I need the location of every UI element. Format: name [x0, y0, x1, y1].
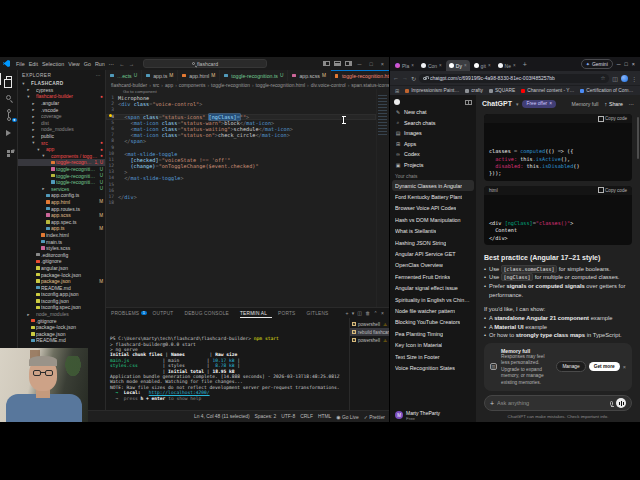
- tree-item[interactable]: angular.json: [18, 265, 105, 272]
- bookmark-item[interactable]: crafty: [465, 88, 483, 93]
- browser-tab[interactable]: Pla ×: [392, 60, 417, 71]
- tree-item[interactable]: .gitignore: [18, 258, 105, 265]
- browser-tab[interactable]: Dy ×: [446, 60, 470, 71]
- apps-grid-icon[interactable]: ⊞: [395, 88, 399, 94]
- free-offer-pill[interactable]: Free offer ×: [522, 100, 556, 108]
- editor-tab[interactable]: toggle-recognition.html 1 U: [331, 70, 389, 81]
- tree-item[interactable]: ▸ coverage: [18, 113, 105, 120]
- tree-item[interactable]: index.html: [18, 232, 105, 239]
- tree-item[interactable]: app.scss M: [18, 212, 105, 219]
- chat-history-item[interactable]: Spirituality in English vs Chin…: [392, 294, 474, 305]
- sidebar-nav-item[interactable]: ⌕ Search chats: [392, 118, 474, 129]
- chat-history-item[interactable]: Hashing JSON String: [392, 237, 474, 248]
- minimize-button[interactable]: ─: [617, 61, 621, 67]
- gemini-button[interactable]: ✦ Gemini: [581, 59, 613, 69]
- attach-plus-icon[interactable]: +: [490, 400, 494, 407]
- new-tab-button[interactable]: +: [520, 61, 530, 68]
- chat-history-item[interactable]: Key Icon in Material: [392, 339, 474, 350]
- chat-history-item[interactable]: Fermented Fruit Drinks: [392, 271, 474, 282]
- editor-tab[interactable]: app.scss M: [288, 70, 330, 81]
- collapse-sidebar-icon[interactable]: [465, 100, 472, 105]
- panel-tab[interactable]: PORTS: [278, 308, 300, 318]
- copy-code-button[interactable]: Copy code: [599, 116, 627, 121]
- breadcrumb-item[interactable]: span.status-icons: [351, 83, 389, 88]
- terminal-list-item[interactable]: > powershell ⚠: [350, 320, 389, 328]
- sidebar-nav-item[interactable]: ▣ Projects: [392, 160, 474, 171]
- new-terminal-icon[interactable]: +: [346, 310, 349, 316]
- tree-item[interactable]: README.md: [18, 337, 105, 344]
- tree-item[interactable]: ▾ FLASHCARD: [18, 80, 105, 87]
- toggle-panel-icon[interactable]: [334, 61, 341, 66]
- panel-tab[interactable]: OUTPUT: [153, 308, 179, 318]
- bookmark-star-icon[interactable]: ☆: [600, 75, 605, 81]
- close-button[interactable]: ×: [632, 61, 635, 67]
- chat-history-item[interactable]: What is Stellantis: [392, 226, 474, 237]
- chatgpt-logo-icon[interactable]: [394, 99, 400, 105]
- microphone-icon[interactable]: [610, 401, 613, 406]
- tree-item[interactable]: ▸ cypress: [18, 87, 105, 94]
- tree-item[interactable]: app.config.ts: [18, 192, 105, 199]
- tab-close-icon[interactable]: ×: [513, 63, 516, 68]
- tree-item[interactable]: app.ts M: [18, 225, 105, 232]
- breadcrumb-item[interactable]: toggle-recognition.html: [256, 83, 305, 88]
- back-icon[interactable]: ←: [393, 75, 399, 81]
- tab-close-icon[interactable]: ×: [439, 63, 442, 68]
- status-item[interactable]: ◉ Go Live: [336, 414, 358, 420]
- forward-icon[interactable]: →: [402, 75, 408, 81]
- breadcrumb-item[interactable]: div.voice-control: [311, 83, 346, 88]
- tree-item[interactable]: toggle-recognition.ts U: [18, 179, 105, 186]
- tree-item[interactable]: app.html M: [18, 199, 105, 206]
- browser-tab[interactable]: Con ×: [418, 60, 445, 71]
- tree-item[interactable]: ▾ components / toggle-recognition ●: [18, 153, 105, 160]
- minimap[interactable]: [376, 89, 389, 307]
- bookmark-item[interactable]: SQUARE: [489, 88, 515, 93]
- tree-item[interactable]: tsconfig.app.json: [18, 291, 105, 298]
- tree-item[interactable]: ▸ .angular: [18, 100, 105, 107]
- tree-item[interactable]: package.json: [18, 331, 105, 338]
- scrollbar[interactable]: [637, 117, 639, 159]
- chat-history-item[interactable]: Text Size in Footer: [392, 351, 474, 362]
- memory-full-indicator[interactable]: Memory full: [572, 101, 599, 107]
- browser-tab[interactable]: Ne ×: [495, 60, 519, 71]
- toggle-sidebar-icon[interactable]: [323, 61, 330, 66]
- breadcrumb-item[interactable]: app: [165, 83, 173, 88]
- tree-item[interactable]: README.md: [18, 284, 105, 291]
- chrome-menu-icon[interactable]: ⋮: [631, 75, 637, 82]
- maximize-button[interactable]: □: [625, 61, 628, 67]
- status-item[interactable]: HTML: [318, 414, 331, 419]
- panel-tab[interactable]: PROBLEMS 1: [111, 308, 147, 318]
- history-forward-icon[interactable]: →: [128, 61, 135, 67]
- bookmark-item[interactable]: Channel content - Y…: [521, 88, 574, 93]
- address-bar[interactable]: chatgpt.com/c/69919f9c-4a98-8330-81ec-00…: [419, 74, 609, 83]
- search-view-icon[interactable]: [0, 92, 18, 102]
- source-control-view-icon[interactable]: ●: [0, 110, 18, 120]
- editor-tab[interactable]: app.html M: [178, 70, 220, 81]
- panel-tab[interactable]: TERMIN AL: [240, 308, 272, 318]
- menu-item[interactable]: File: [14, 61, 27, 67]
- breadcrumb-item[interactable]: flashcard-builder: [111, 83, 147, 88]
- chat-history-item[interactable]: Browser Voice API Codes: [392, 203, 474, 214]
- message-input[interactable]: [497, 400, 607, 406]
- chat-history-item[interactable]: Dynamic Classes in Angular: [392, 180, 474, 191]
- tree-item[interactable]: main.ts: [18, 238, 105, 245]
- editor-tab[interactable]: …ects U: [106, 70, 142, 81]
- tree-item[interactable]: ▸ services U: [18, 186, 105, 193]
- tab-close-icon[interactable]: ×: [488, 63, 491, 68]
- tree-item[interactable]: ▸ public: [18, 133, 105, 140]
- maximize-panel-icon[interactable]: ⌃: [373, 310, 377, 316]
- maximize-button[interactable]: □: [367, 61, 374, 67]
- editor-tab[interactable]: toggle-recognition.ts U: [220, 70, 288, 81]
- editor-tab[interactable]: app.ts M: [142, 70, 178, 81]
- reload-icon[interactable]: ↻: [411, 75, 416, 82]
- tree-item[interactable]: package-lock.json: [18, 324, 105, 331]
- minimize-button[interactable]: ─: [356, 61, 364, 67]
- status-item[interactable]: Spaces: 2: [255, 414, 277, 419]
- chat-history-item[interactable]: Voice Recognition States: [392, 362, 474, 373]
- tree-item[interactable]: tsconfig.spec.json: [18, 304, 105, 311]
- status-item[interactable]: Ln 4, Col 48 (11 selected): [194, 414, 250, 419]
- history-back-icon[interactable]: ←: [118, 61, 125, 67]
- side-panel-icon[interactable]: ◫: [612, 75, 618, 82]
- terminal-list-item[interactable]: > powershell ⚠: [350, 336, 389, 344]
- model-selector[interactable]: ChatGPT: [482, 100, 512, 107]
- tree-item[interactable]: toggle-recognition.scss U: [18, 166, 105, 173]
